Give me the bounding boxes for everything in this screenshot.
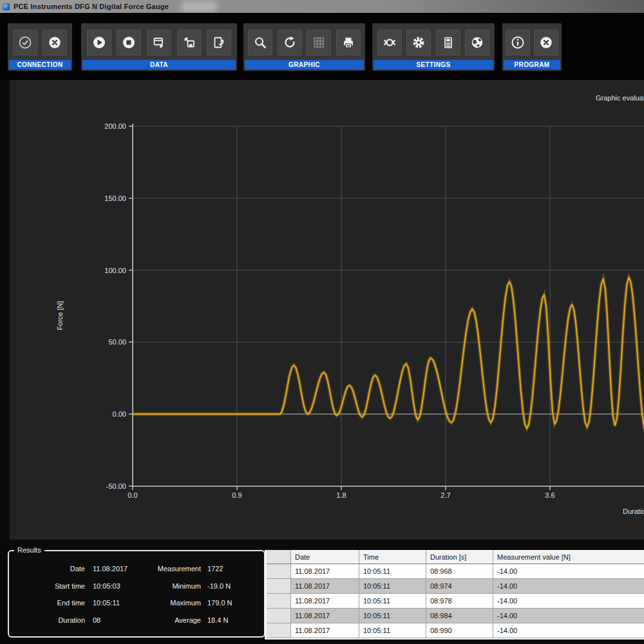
- print-button[interactable]: [336, 30, 361, 55]
- table-cell: 11.08.2017: [291, 594, 359, 609]
- table-cell: 08:978: [426, 594, 493, 609]
- toolbar-group-settings: SETTINGS: [372, 23, 495, 71]
- table-column-header[interactable]: Measurement value [N]: [493, 550, 644, 564]
- table-header-row: DateTimeDuration [s]Measurement value [N…: [267, 550, 644, 564]
- connect-check-button[interactable]: [13, 30, 37, 55]
- refresh-icon: [282, 35, 298, 50]
- result-label-start-time: Start time: [13, 582, 85, 591]
- y-axis-title: Force [N]: [56, 301, 64, 330]
- grid-button[interactable]: [307, 30, 331, 55]
- y-tick-label: 200.00: [104, 122, 126, 130]
- y-tick-label: 50.00: [108, 338, 126, 346]
- y-tick-label: 0.00: [113, 410, 126, 418]
- calculator-button[interactable]: [436, 30, 460, 55]
- toolbar-buttons-row: [372, 23, 495, 61]
- result-value-maximum: 179.0 N: [207, 598, 232, 607]
- force-series-glow: [133, 278, 644, 433]
- stop-button[interactable]: [117, 30, 141, 55]
- force-chart: 200.00150.00100.0050.000.00-50.000.00.91…: [10, 80, 644, 540]
- print-icon: [341, 35, 356, 50]
- x-tick-label: 2.7: [440, 491, 450, 499]
- table-cell: 10:05:11: [359, 623, 426, 638]
- table-cell: 11.08.2017: [291, 564, 359, 579]
- titlebar-highlight: [181, 1, 217, 12]
- table-column-header[interactable]: Duration [s]: [426, 550, 493, 564]
- table-cell: 11.08.2017: [291, 623, 359, 638]
- table-cell: 10:05:11: [359, 564, 426, 579]
- info-button[interactable]: [506, 30, 530, 55]
- refresh-button[interactable]: [278, 30, 302, 55]
- table-row[interactable]: 11.08.201710:05:1108:974-14.00: [267, 579, 644, 594]
- toolbar-group-label: SETTINGS: [374, 60, 493, 70]
- zoom-magnifier-icon: [252, 35, 268, 50]
- table-cell: 08:968: [426, 564, 493, 579]
- save-device-button[interactable]: [177, 30, 202, 55]
- row-selector-cell[interactable]: [267, 594, 291, 609]
- result-label-date: Date: [13, 564, 85, 573]
- disconnect-x-button[interactable]: [43, 30, 67, 55]
- table-cell: 10:05:11: [359, 579, 426, 594]
- play-button[interactable]: [87, 30, 111, 55]
- result-value-measurement: 1722: [207, 564, 223, 573]
- window-title: PCE Instruments DFG N Digital Force Gaug…: [14, 3, 169, 10]
- x-axis-title: Duration [s]: [623, 507, 644, 515]
- row-selector-cell[interactable]: [267, 564, 291, 579]
- table-cell: 11.08.2017: [291, 579, 359, 594]
- table-row[interactable]: 11.08.201710:05:1108:990-14.00: [267, 623, 644, 638]
- close-x-button[interactable]: [534, 30, 558, 55]
- table-cell: -14.00: [493, 609, 644, 623]
- x-tick-label: 1.8: [336, 491, 346, 499]
- result-label-measurement: Measurement: [103, 564, 201, 573]
- x-tick-label: 0.9: [232, 491, 242, 499]
- toolbar: CONNECTIONDATAGRAPHICSETTINGSPROGRAM: [0, 13, 644, 80]
- result-label-end-time: End time: [13, 598, 85, 607]
- toolbar-group-label: GRAPHIC: [245, 60, 364, 70]
- table-selector-header: [267, 550, 291, 564]
- connect-check-icon: [17, 35, 33, 50]
- export-data-icon: [151, 35, 167, 50]
- toolbar-buttons-row: [502, 23, 562, 61]
- toolbar-buttons-row: [81, 23, 237, 61]
- table-cell: 08:974: [426, 579, 493, 594]
- force-series-line: [133, 278, 644, 433]
- zero-adjust-button[interactable]: [377, 30, 402, 55]
- table-row[interactable]: 11.08.201710:05:1108:978-14.00: [267, 594, 644, 609]
- toolbar-group-graphic: GRAPHIC: [243, 23, 365, 71]
- results-legend: Results: [14, 546, 44, 554]
- grid-icon: [311, 35, 327, 50]
- measurement-table[interactable]: DateTimeDuration [s]Measurement value [N…: [265, 550, 644, 639]
- result-label-average: Average: [103, 616, 201, 625]
- result-label-maximum: Maximum: [103, 598, 201, 607]
- table-row[interactable]: 11.08.201710:05:1108:984-14.00: [267, 609, 644, 623]
- results-groupbox: Results Date11.08.2017Start time10:05:03…: [8, 550, 265, 638]
- x-tick-label: 0.0: [128, 491, 137, 499]
- zero-adjust-icon: [382, 35, 397, 50]
- report-doc-button[interactable]: [207, 30, 231, 55]
- globe-button[interactable]: [465, 30, 489, 55]
- result-label-minimum: Minimum: [103, 582, 201, 591]
- zoom-magnifier-button[interactable]: [248, 30, 272, 55]
- table-row[interactable]: 11.08.201710:05:1108:968-14.00: [267, 564, 644, 579]
- calculator-icon: [440, 35, 456, 50]
- toolbar-group-label: PROGRAM: [504, 60, 560, 70]
- row-selector-cell[interactable]: [267, 609, 291, 623]
- chart-title: Graphic evaluation: [596, 94, 644, 102]
- disconnect-x-icon: [47, 35, 62, 50]
- table-cell: 08:990: [426, 623, 493, 638]
- export-data-button[interactable]: [147, 30, 171, 55]
- gear-icon: [411, 35, 426, 50]
- bottom-section: Results Date11.08.2017Start time10:05:03…: [0, 540, 644, 644]
- row-selector-cell[interactable]: [267, 623, 291, 638]
- gear-button[interactable]: [406, 30, 431, 55]
- save-device-icon: [182, 35, 197, 50]
- table-column-header[interactable]: Date: [291, 550, 359, 564]
- result-value-duration: 08: [93, 616, 100, 625]
- report-doc-icon: [211, 35, 227, 50]
- toolbar-buttons-row: [243, 23, 365, 61]
- globe-icon: [469, 35, 485, 50]
- table-column-header[interactable]: Time: [359, 550, 426, 564]
- table-cell: -14.00: [493, 579, 644, 594]
- table-cell: -14.00: [493, 623, 644, 638]
- play-icon: [91, 35, 107, 50]
- row-selector-cell[interactable]: [267, 579, 291, 594]
